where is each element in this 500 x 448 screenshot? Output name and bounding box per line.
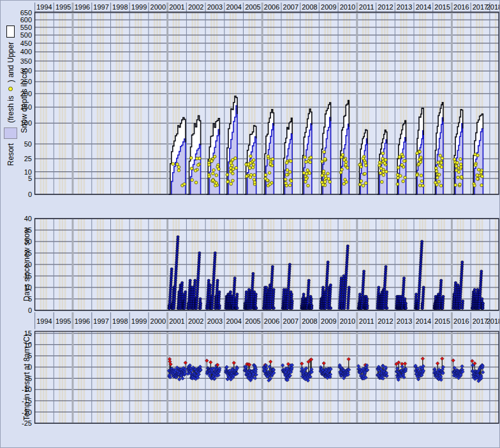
svg-text:2001: 2001 [169, 3, 184, 11]
svg-text:2004: 2004 [226, 317, 241, 325]
svg-text:1999: 1999 [131, 3, 147, 11]
svg-text:2015: 2015 [434, 317, 450, 325]
svg-text:2008: 2008 [302, 317, 317, 325]
middle-axis-title: Days since new snow [22, 218, 31, 311]
svg-text:2015: 2015 [434, 3, 450, 11]
svg-text:2010: 2010 [340, 3, 355, 11]
snow-history-chart: 1994199519961997199819992000200120022003… [0, 0, 500, 448]
bottom-axis-title: Temp in resort at 8am (C) [22, 331, 31, 424]
svg-text:2003: 2003 [207, 3, 223, 11]
svg-text:1995: 1995 [55, 317, 71, 325]
top-axis-title-outer: Resort (fresh is ) and Upper [4, 17, 17, 174]
svg-text:2006: 2006 [264, 3, 279, 11]
svg-text:1994: 1994 [36, 3, 52, 11]
svg-text:1994: 1994 [36, 317, 52, 325]
svg-text:2014: 2014 [416, 317, 431, 325]
svg-text:2013: 2013 [397, 3, 412, 11]
svg-text:1998: 1998 [112, 317, 128, 325]
svg-text:2009: 2009 [321, 3, 336, 11]
svg-text:2003: 2003 [207, 317, 223, 325]
svg-text:1997: 1997 [93, 317, 108, 325]
upper-label: ) and Upper [6, 42, 15, 82]
svg-text:2002: 2002 [188, 3, 203, 11]
svg-text:2017: 2017 [473, 317, 488, 325]
svg-text:2009: 2009 [321, 317, 336, 325]
resort-depth-swatch [4, 127, 17, 139]
svg-text:2005: 2005 [245, 317, 260, 325]
svg-text:2004: 2004 [226, 3, 241, 11]
svg-text:2011: 2011 [359, 3, 374, 11]
svg-text:2008: 2008 [302, 3, 317, 11]
svg-text:1996: 1996 [75, 317, 90, 325]
svg-text:2002: 2002 [188, 317, 203, 325]
svg-text:2014: 2014 [416, 3, 431, 11]
fresh-snow-marker-icon [8, 87, 13, 91]
svg-text:2017: 2017 [473, 3, 488, 11]
svg-text:2000: 2000 [151, 317, 166, 325]
svg-text:2000: 2000 [151, 3, 166, 11]
svg-text:2012: 2012 [378, 317, 393, 325]
svg-text:2013: 2013 [397, 317, 412, 325]
svg-text:2016: 2016 [453, 3, 469, 11]
svg-text:2016: 2016 [453, 317, 469, 325]
svg-text:2018: 2018 [487, 3, 500, 11]
svg-text:2005: 2005 [245, 3, 260, 11]
svg-text:2011: 2011 [359, 317, 374, 325]
svg-text:2007: 2007 [283, 317, 298, 325]
svg-text:1999: 1999 [131, 317, 147, 325]
svg-text:1998: 1998 [112, 3, 128, 11]
svg-text:2001: 2001 [169, 317, 184, 325]
svg-text:1997: 1997 [93, 3, 108, 11]
svg-text:2007: 2007 [283, 3, 298, 11]
fresh-label: (fresh is [6, 96, 15, 123]
upper-depth-swatch [6, 25, 15, 38]
svg-text:1996: 1996 [75, 3, 90, 11]
resort-label: Resort [6, 143, 15, 166]
svg-text:2010: 2010 [340, 317, 355, 325]
svg-text:2012: 2012 [378, 3, 393, 11]
chart-canvas: 1994199519961997199819992000200120022003… [1, 1, 500, 448]
svg-text:1995: 1995 [55, 3, 71, 11]
top-axis-title-inner: Snow depths in cm [20, 10, 29, 192]
svg-text:2018: 2018 [487, 317, 500, 325]
svg-text:2006: 2006 [264, 317, 279, 325]
